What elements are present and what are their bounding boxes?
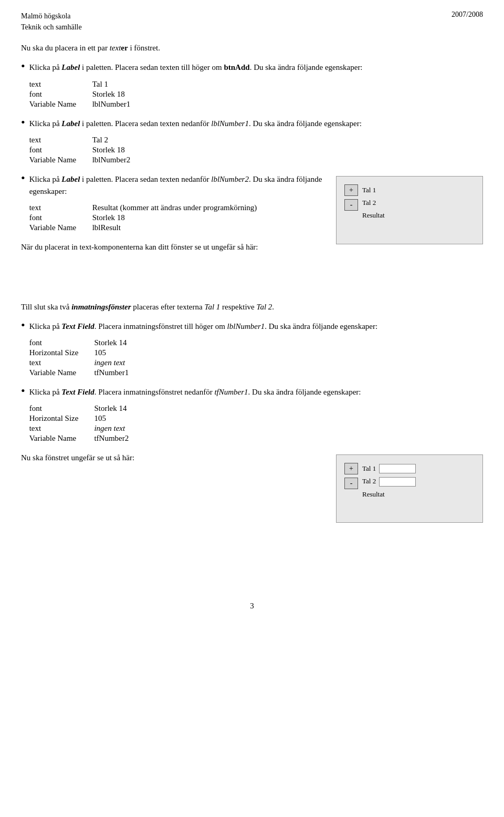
properties-table-2: text Tal 2 font Storlek 18 Variable Name… [29, 135, 146, 165]
preview-resultat-label: Resultat [362, 211, 385, 220]
prop-value: Storlek 14 [94, 404, 144, 413]
table-row: font Storlek 18 [29, 145, 146, 155]
bullet-icon-5: • [21, 384, 25, 398]
bullet-5-intro: Klicka på Text Field. Placera inmatnings… [29, 386, 483, 398]
preview-buttons-2: + - [344, 463, 358, 489]
prop-value: Storlek 18 [92, 89, 146, 99]
table-row: text ingen text [29, 423, 145, 433]
table-row: font Storlek 18 [29, 213, 273, 223]
prop-key: text [29, 135, 92, 145]
year-label: 2007/2008 [452, 11, 483, 33]
properties-table-5: font Storlek 14 Horizontal Size 105 text… [29, 404, 145, 443]
input-section-intro: Till slut ska två inmatningsfönster plac… [21, 301, 483, 313]
prop-key: Variable Name [29, 368, 94, 378]
prop-key: Variable Name [29, 99, 92, 109]
preview-tal1-label: Tal 1 [362, 185, 385, 195]
properties-table-4: font Storlek 14 Horizontal Size 105 text… [29, 338, 145, 378]
preview2-input-1[interactable] [379, 464, 416, 473]
bullet-2-intro: Klicka på Label i paletten. Placera seda… [29, 118, 483, 130]
preview-box-1: + - Tal 1 Tal 2 Resultat [336, 176, 483, 244]
preview-inner-2: + - Tal 1 Tal 2 Resultat [344, 463, 472, 499]
bullet-1: • Klicka på Label i paletten. Placera se… [21, 61, 483, 112]
table-row: Variable Name tfNumber2 [29, 433, 145, 443]
preview-labels-1: Tal 1 Tal 2 Resultat [362, 185, 385, 221]
prop-value: Storlek 18 [92, 145, 146, 155]
minus-button[interactable]: - [344, 199, 358, 211]
page-number: 3 [21, 602, 483, 611]
preview-row-2: Tal 2 [362, 477, 416, 486]
preview-box-2: + - Tal 1 Tal 2 Resultat [336, 454, 483, 523]
table-row: text Resultat (kommer att ändras under p… [29, 203, 273, 213]
prop-value: Storlek 18 [92, 213, 273, 223]
prop-key: text [29, 423, 94, 433]
table-row: font Storlek 18 [29, 89, 146, 99]
bullet-icon-2: • [21, 116, 25, 129]
bullet-2: • Klicka på Label i paletten. Placera se… [21, 118, 483, 168]
bullet-icon-3: • [21, 171, 25, 185]
school-name: Malmö högskola [21, 11, 82, 22]
table-row: Variable Name lblResult [29, 223, 273, 233]
minus-button-2[interactable]: - [344, 478, 358, 489]
table-row: Horizontal Size 105 [29, 413, 145, 423]
bullet-4-intro: Klicka på Text Field. Placera inmatnings… [29, 320, 483, 333]
preview-2-section: + - Tal 1 Tal 2 Resultat Nu ska fönstret… [21, 452, 483, 523]
bullet-3-intro: Klicka på Label i paletten. Placera seda… [29, 173, 326, 198]
prop-value: Tal 1 [92, 79, 146, 89]
prop-key: text [29, 203, 92, 213]
table-row: text Tal 2 [29, 135, 146, 145]
table-row: text Tal 1 [29, 79, 146, 89]
bullet-5: • Klicka på Text Field. Placera inmatnin… [21, 386, 483, 447]
preview-labels-2: Tal 1 Tal 2 Resultat [362, 464, 416, 499]
preview-buttons-1: + - [344, 184, 358, 211]
intro-text: Nu ska du placera in ett par texter i fö… [21, 42, 483, 54]
prop-value: ingen text [94, 358, 144, 368]
prop-key: Variable Name [29, 433, 94, 443]
prop-key: text [29, 358, 94, 368]
bullet-5-content: Klicka på Text Field. Placera inmatnings… [29, 386, 483, 447]
prop-value: Resultat (kommer att ändras under progra… [92, 203, 273, 213]
prop-value: lblNumber1 [92, 99, 146, 109]
prop-value: ingen text [94, 423, 144, 433]
properties-table-1: text Tal 1 font Storlek 18 Variable Name… [29, 79, 146, 109]
bullet-3-section: + - Tal 1 Tal 2 Resultat • Klicka på Lab… [21, 173, 483, 259]
department-name: Teknik och samhälle [21, 22, 82, 33]
bullet-icon-4: • [21, 318, 25, 332]
prop-value: Tal 2 [92, 135, 146, 145]
table-row: Variable Name lblNumber1 [29, 99, 146, 109]
preview-tal2-label: Tal 2 [362, 198, 385, 208]
table-row: Horizontal Size 105 [29, 348, 145, 358]
prop-value: lblResult [92, 223, 273, 233]
bullet-4-content: Klicka på Text Field. Placera inmatnings… [29, 320, 483, 381]
plus-button-2[interactable]: + [344, 463, 358, 474]
prop-key: font [29, 213, 92, 223]
spacer-2 [21, 523, 483, 586]
school-info: Malmö högskola Teknik och samhälle [21, 11, 82, 33]
plus-button[interactable]: + [344, 184, 358, 196]
prop-key: Variable Name [29, 223, 92, 233]
spacer-1 [21, 259, 483, 301]
bullet-3-content: Klicka på Label i paletten. Placera seda… [29, 173, 326, 236]
table-row: Variable Name tfNumber1 [29, 368, 145, 378]
prop-value: tfNumber2 [94, 433, 144, 443]
prop-key: font [29, 338, 94, 348]
table-row: Variable Name lblNumber2 [29, 155, 146, 165]
preview2-tal1-label: Tal 1 [362, 464, 376, 473]
prop-key: Horizontal Size [29, 413, 94, 423]
prop-value: 105 [94, 348, 144, 358]
bullet-4: • Klicka på Text Field. Placera inmatnin… [21, 320, 483, 381]
prop-key: font [29, 89, 92, 99]
bullet-2-content: Klicka på Label i paletten. Placera seda… [29, 118, 483, 168]
prop-key: text [29, 79, 92, 89]
prop-value: tfNumber1 [94, 368, 144, 378]
prop-value: Storlek 14 [94, 338, 144, 348]
bullet-3: • Klicka på Label i paletten. Placera se… [21, 173, 326, 236]
bullet-icon-1: • [21, 59, 25, 73]
preview2-input-2[interactable] [379, 477, 416, 487]
table-row: text ingen text [29, 358, 145, 368]
page-header: Malmö högskola Teknik och samhälle 2007/… [21, 11, 483, 33]
prop-key: Horizontal Size [29, 348, 94, 358]
preview2-resultat-label: Resultat [362, 490, 385, 499]
preview-inner-1: + - Tal 1 Tal 2 Resultat [344, 184, 472, 221]
preview-row-3: Resultat [362, 490, 416, 499]
preview-row-1: Tal 1 [362, 464, 416, 473]
